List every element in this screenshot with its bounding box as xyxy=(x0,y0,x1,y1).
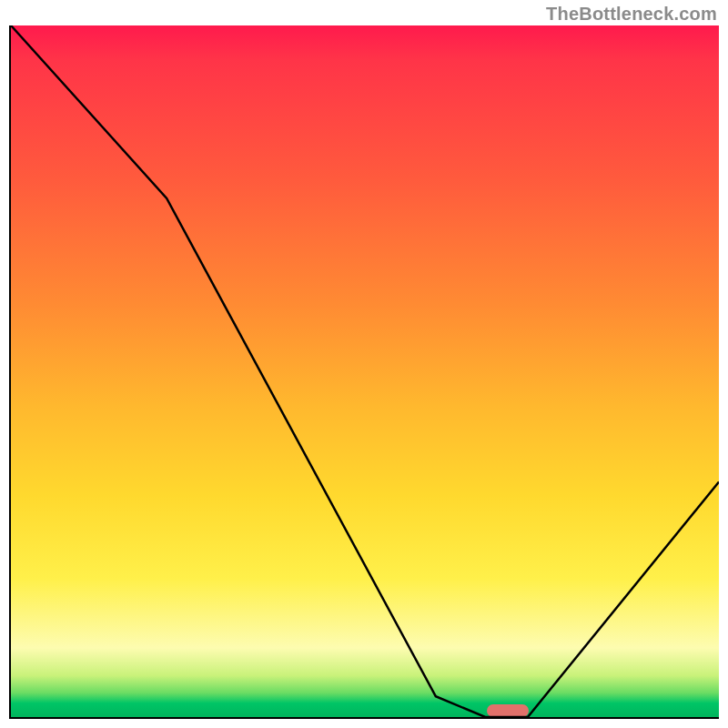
chart-container: TheBottleneck.com xyxy=(0,0,728,728)
watermark-text: TheBottleneck.com xyxy=(546,4,717,25)
bottleneck-curve xyxy=(11,25,719,717)
curve-path xyxy=(11,25,719,717)
plot-area xyxy=(9,25,719,719)
